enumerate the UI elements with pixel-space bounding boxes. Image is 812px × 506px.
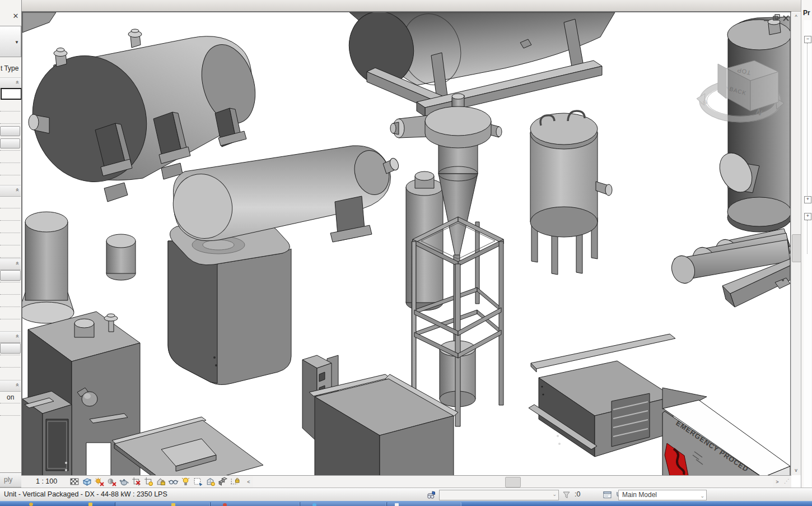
shadows-off-icon[interactable] [106, 476, 117, 487]
tank-on-legs[interactable] [530, 111, 612, 275]
vertical-tank-left[interactable] [22, 212, 74, 323]
tree-guide-line [807, 220, 808, 254]
vertical-scrollbar-thumb[interactable] [792, 234, 801, 262]
chevron-down-icon: ▼ [15, 40, 19, 45]
parameter-value-button[interactable] [0, 270, 21, 281]
row-divider [0, 163, 20, 163]
scroll-left-icon[interactable]: < [244, 476, 253, 488]
parameter-group-header[interactable]: » [0, 77, 21, 89]
row-divider [0, 220, 20, 221]
detail-level-icon[interactable] [69, 476, 80, 487]
show-analytical-model-icon[interactable] [205, 476, 216, 487]
collapse-icon: » [13, 335, 20, 338]
collapse-icon: » [13, 383, 20, 387]
minimize-icon[interactable] [764, 20, 769, 21]
close-icon[interactable]: ✕ [11, 12, 20, 21]
temporary-hide-isolate-icon[interactable] [168, 476, 179, 487]
row-divider [0, 367, 20, 368]
folder-icon [88, 503, 92, 506]
edit-type-button-fragment[interactable]: t Type [1, 64, 21, 72]
chevron-down-icon: ⌄ [552, 491, 557, 497]
cabinet-box[interactable] [22, 391, 72, 475]
pipe-bundle[interactable] [668, 229, 790, 307]
vertical-scrollbar[interactable]: ^ v [791, 12, 801, 475]
scroll-right-icon[interactable]: > [773, 476, 782, 488]
project-browser-panel: − + + [801, 0, 812, 488]
app-icon [223, 503, 227, 506]
status-bar: Unit - Vertical Packaged - DX - 44-88 kW… [0, 488, 812, 502]
vertical-tank-top-right[interactable] [713, 17, 790, 232]
tree-expand-icon[interactable]: + [804, 213, 811, 220]
app-icon [29, 503, 33, 506]
horizontal-cylinder-mid-left[interactable] [165, 146, 400, 246]
emergency-sign-board[interactable]: EMERGENCY PROCED [662, 388, 790, 475]
sun-path-off-icon[interactable] [94, 476, 105, 487]
design-options-selector[interactable]: Main Model⌄ [618, 490, 707, 500]
workset-selector[interactable]: ⌄ [439, 490, 559, 500]
taskbar-button[interactable] [115, 502, 210, 506]
collapse-icon: » [13, 81, 20, 84]
parameter-group-header[interactable]: » [0, 380, 21, 392]
scroll-down-icon[interactable]: v [791, 466, 801, 475]
taskbar-button[interactable] [386, 502, 461, 506]
project-browser-title-fragment: Pr [803, 9, 810, 17]
editable-only-icon[interactable] [602, 490, 613, 500]
browser-tree[interactable]: − + + [804, 20, 811, 488]
filter-icon[interactable] [562, 490, 572, 500]
parameter-group-header[interactable]: » [0, 331, 21, 343]
row-divider [0, 403, 20, 403]
horizontal-scrollbar[interactable]: < > [244, 476, 782, 488]
parameter-value-button[interactable] [0, 138, 20, 148]
parameter-value-button[interactable] [0, 343, 21, 354]
rounded-cube-unit[interactable] [168, 222, 291, 385]
type-selector-dropdown[interactable]: ▼ [0, 26, 21, 57]
row-divider [0, 123, 20, 124]
base-box-center[interactable] [309, 374, 458, 475]
small-cylinder[interactable] [106, 234, 136, 280]
taskbar-button[interactable] [210, 502, 300, 506]
equipment-fragment-top-left[interactable] [22, 12, 56, 33]
reveal-hidden-elements-icon[interactable] [180, 476, 191, 487]
app-icon [312, 503, 316, 506]
resize-grip-icon[interactable]: ⋰ [784, 477, 791, 485]
row-divider [0, 150, 20, 151]
show-crop-region-icon[interactable] [143, 476, 154, 487]
chevron-down-icon: ⌄ [700, 491, 704, 501]
3d-view-canvas[interactable]: N W TOP BACK RIGHT [22, 12, 790, 475]
scroll-up-icon[interactable]: ^ [791, 12, 801, 22]
louver-box[interactable] [529, 334, 675, 457]
selection-status-text: Unit - Vertical Packaged - DX - 44-88 kW… [4, 490, 167, 498]
row-divider [0, 257, 20, 258]
horizontal-tank-top-center[interactable] [342, 12, 615, 117]
row-divider [0, 355, 20, 355]
filter-count-label: :0 [575, 490, 580, 498]
parameter-value-field[interactable] [1, 88, 22, 100]
locked-3d-view-icon[interactable] [156, 476, 166, 487]
model-scene: N W TOP BACK RIGHT [22, 12, 790, 475]
cyclone-assembly[interactable] [390, 94, 503, 426]
visual-style-icon[interactable] [82, 476, 92, 487]
show-rendering-dialog-icon[interactable] [119, 476, 129, 487]
highlight-displacement-sets-icon[interactable] [217, 476, 228, 487]
temporary-view-properties-icon[interactable] [193, 476, 203, 487]
horizontal-scrollbar-thumb[interactable] [505, 477, 521, 488]
parameter-value-button[interactable] [0, 126, 20, 136]
tree-collapse-icon[interactable]: − [804, 36, 811, 43]
folder-icon [171, 503, 175, 506]
tree-expand-icon[interactable]: + [804, 196, 811, 203]
reveal-constraints-icon[interactable] [230, 476, 240, 487]
parameter-group-header[interactable]: » [0, 185, 21, 197]
tree-guide-line [807, 43, 808, 196]
parameter-group-header[interactable]: » [0, 258, 21, 270]
row-divider [0, 111, 20, 112]
row-divider [0, 175, 20, 175]
row-divider [0, 208, 20, 208]
design-options-value: Main Model [622, 491, 657, 499]
taskbar-button[interactable] [300, 502, 386, 506]
view-scale-button[interactable]: 1 : 100 [36, 477, 57, 485]
parameter-value-fragment: on [7, 393, 14, 401]
collapse-icon: » [13, 188, 20, 192]
windows-taskbar[interactable] [0, 501, 812, 506]
worksets-icon[interactable] [426, 490, 437, 500]
crop-view-off-icon[interactable] [131, 476, 142, 487]
